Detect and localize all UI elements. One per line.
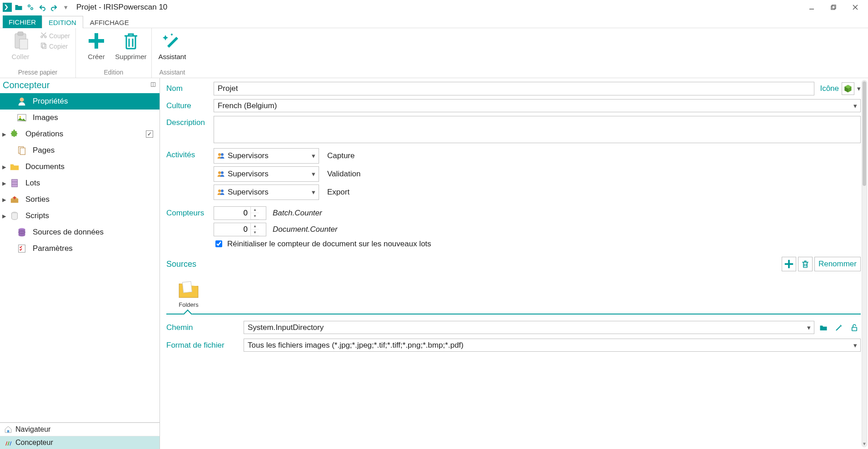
sidebar-item-operations[interactable]: ▸ Opérations ✓ — [0, 126, 160, 142]
reset-counter-checkbox[interactable]: Réinitialiser le compteur de document su… — [214, 239, 861, 249]
users-icon — [214, 188, 228, 196]
sidebar-item-parameters[interactable]: Paramètres — [0, 240, 160, 257]
vertical-scrollbar[interactable]: ▲ ▼ — [862, 80, 867, 447]
caret-icon: ▸ — [1, 179, 7, 188]
scissors-icon — [40, 31, 47, 40]
sidebar-item-outputs[interactable]: ▸ Sorties — [0, 191, 160, 208]
puzzle-icon — [8, 129, 21, 140]
pin-icon[interactable] — [150, 82, 156, 89]
sidebar-header: Concepteur — [0, 78, 160, 93]
sidebar-bottom-tabs: Navigateur Concepteur — [0, 422, 160, 449]
sidebar-item-lots[interactable]: ▸ Lots — [0, 175, 160, 191]
svg-point-35 — [218, 190, 221, 192]
qat-dropdown-icon[interactable]: ▾ — [61, 2, 71, 12]
spin-up-icon[interactable]: ▲ — [251, 223, 259, 229]
svg-rect-30 — [7, 430, 10, 433]
assistant-button[interactable]: Assistant — [156, 29, 188, 60]
counter-input[interactable] — [214, 224, 250, 234]
svg-point-18 — [20, 98, 24, 102]
activity-group-select[interactable]: Supervisors ▾ — [214, 166, 319, 182]
delete-button[interactable]: Supprimer — [115, 29, 147, 60]
counter-spin[interactable]: ▲▼ — [214, 223, 266, 236]
checkbox-icon[interactable]: ✓ — [146, 130, 153, 138]
edit-path-button[interactable] — [833, 321, 845, 334]
svg-rect-23 — [12, 180, 18, 187]
counter-input[interactable] — [214, 208, 250, 218]
folder-icon — [176, 279, 201, 300]
format-select[interactable]: Tous les fichiers images (*.jpg;*.jpeg;*… — [244, 339, 861, 352]
delete-source-button[interactable] — [798, 257, 813, 271]
sidebar-item-scripts[interactable]: ▸ Scripts — [0, 208, 160, 224]
tab-edition[interactable]: EDITION — [42, 16, 83, 28]
wand-icon — [163, 30, 182, 52]
sidebar-item-datasources[interactable]: Sources de données — [0, 224, 160, 240]
svg-rect-13 — [42, 44, 46, 48]
spin-down-icon[interactable]: ▼ — [251, 213, 259, 220]
ribbon-group-assistant: Assistant Assistant — [152, 28, 193, 78]
trash-icon — [123, 30, 139, 52]
undo-icon[interactable] — [37, 2, 47, 12]
sidebar-item-documents[interactable]: ▸ Documents — [0, 159, 160, 175]
create-label: Créer — [88, 53, 105, 60]
path-select[interactable]: System.InputDirectory — [244, 321, 814, 334]
scroll-down-icon[interactable]: ▼ — [862, 440, 867, 447]
sidebar-item-images[interactable]: Images — [0, 110, 160, 126]
counter-name: Batch.Counter — [273, 209, 322, 218]
source-item-folders[interactable]: Folders — [172, 277, 205, 310]
svg-rect-8 — [18, 32, 23, 35]
settings-icon[interactable] — [25, 2, 35, 12]
minimize-button[interactable] — [802, 1, 822, 14]
open-folder-icon[interactable] — [14, 2, 24, 12]
copy-icon — [40, 42, 47, 50]
browse-folder-button[interactable] — [817, 321, 830, 334]
lock-path-button[interactable] — [848, 321, 861, 334]
svg-point-36 — [221, 190, 224, 192]
svg-point-34 — [221, 171, 224, 174]
copy-button: Copier — [39, 41, 71, 51]
app-icon — [3, 3, 12, 12]
paste-label: Coller — [11, 53, 29, 60]
bottom-tab-navigator[interactable]: Navigateur — [0, 423, 160, 436]
redo-icon[interactable] — [49, 2, 59, 12]
icon-picker[interactable] — [842, 82, 854, 95]
spin-up-icon[interactable]: ▲ — [251, 207, 259, 213]
tab-file[interactable]: FICHIER — [3, 15, 42, 28]
ribbon-group-label: Edition — [80, 68, 147, 78]
counters-label: Compteurs — [166, 206, 214, 218]
create-button[interactable]: Créer — [80, 29, 112, 60]
svg-rect-15 — [89, 39, 104, 43]
pages-icon — [15, 145, 28, 156]
activity-group-select[interactable]: Supervisors ▾ — [214, 148, 319, 164]
cabinet-icon — [8, 178, 21, 189]
spin-down-icon[interactable]: ▼ — [251, 229, 259, 236]
maximize-button[interactable] — [823, 1, 843, 14]
counter-spin[interactable]: ▲▼ — [214, 206, 266, 220]
close-button[interactable] — [845, 1, 865, 14]
ribbon-group-clipboard: Coller Couper Copier Presse papier — [0, 28, 76, 78]
svg-point-0 — [28, 5, 30, 7]
bottom-tab-designer[interactable]: Concepteur — [0, 436, 160, 449]
icon-label: Icône — [820, 84, 839, 93]
main-area: Concepteur Propriétés Images ▸ Opération… — [0, 78, 868, 449]
name-label: Nom — [166, 82, 214, 93]
description-input[interactable] — [214, 116, 861, 143]
tab-display[interactable]: AFFICHAGE — [83, 16, 136, 28]
name-input[interactable] — [214, 82, 814, 95]
content-scroll[interactable]: Nom Icône ▾ Culture French (Belgium) — [166, 78, 861, 449]
svg-point-31 — [218, 153, 221, 156]
checkbox-input[interactable] — [215, 240, 222, 247]
culture-select[interactable]: French (Belgium) — [214, 99, 861, 112]
icon-dropdown-caret[interactable]: ▾ — [857, 85, 861, 93]
sidebar-item-properties[interactable]: Propriétés — [0, 93, 160, 110]
scrollbar-thumb[interactable] — [863, 81, 866, 186]
plus-icon — [87, 30, 106, 52]
rename-source-button[interactable]: Renommer — [814, 257, 861, 271]
svg-rect-4 — [832, 5, 836, 9]
box-out-icon — [8, 194, 21, 205]
caret-icon: ▸ — [1, 211, 7, 221]
svg-rect-38 — [785, 263, 793, 265]
sidebar-item-pages[interactable]: Pages — [0, 142, 160, 159]
add-source-button[interactable] — [782, 257, 796, 271]
activity-group-select[interactable]: Supervisors ▾ — [214, 185, 319, 200]
svg-rect-9 — [20, 39, 28, 49]
